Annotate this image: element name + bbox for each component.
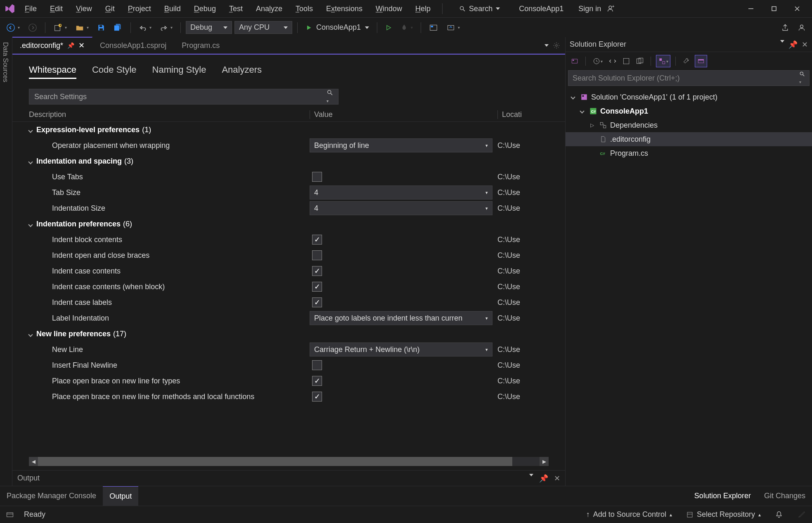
pin-icon[interactable]: 📌 <box>788 40 798 49</box>
start-debugging-button[interactable]: ConsoleApp1 <box>303 21 372 34</box>
group-row[interactable]: Indentation and spacing (3) <box>29 153 565 169</box>
column-header-description[interactable]: Description <box>29 110 310 119</box>
column-header-value[interactable]: Value <box>310 110 497 119</box>
group-row[interactable]: Expression-level preferences (1) <box>29 122 565 138</box>
home-button[interactable] <box>569 55 580 67</box>
menu-extensions[interactable]: Extensions <box>320 3 368 15</box>
configuration-dropdown[interactable]: Debug <box>186 21 232 34</box>
tab-solution-explorer[interactable]: Solution Explorer <box>688 486 758 506</box>
data-sources-tab[interactable]: Data Sources <box>0 40 11 84</box>
redo-button[interactable]: ▾ <box>157 21 175 34</box>
column-header-location[interactable]: Locati <box>497 110 549 119</box>
sign-in-link[interactable]: Sign in <box>578 5 601 13</box>
menu-help[interactable]: Help <box>410 3 436 15</box>
pending-changes-filter[interactable]: ▾ <box>591 55 604 67</box>
solution-search-input[interactable]: Search Solution Explorer (Ctrl+;) ▾ <box>568 70 810 86</box>
project-node[interactable]: C# ConsoleApp1 <box>566 104 812 118</box>
setting-value-checkbox[interactable]: ✓ <box>312 282 322 292</box>
tab-package-manager-console[interactable]: Package Manager Console <box>0 486 103 506</box>
save-all-button[interactable] <box>111 21 125 34</box>
new-project-button[interactable]: ✦▾ <box>50 21 70 34</box>
panel-options-dropdown[interactable] <box>780 40 784 49</box>
add-to-source-control[interactable]: ↑Add to Source Control▴ <box>586 510 672 519</box>
menu-build[interactable]: Build <box>159 3 187 15</box>
settings-tab-analyzers[interactable]: Analyzers <box>222 64 262 79</box>
scroll-right-arrow[interactable]: ▸ <box>540 457 549 466</box>
setting-value-checkbox[interactable] <box>312 360 322 370</box>
tab-git-changes[interactable]: Git Changes <box>758 486 812 506</box>
program-cs-file[interactable]: C# Program.cs <box>566 146 812 160</box>
account-settings-button[interactable] <box>795 21 809 34</box>
undo-button[interactable]: ▾ <box>136 21 154 34</box>
menu-file[interactable]: File <box>19 3 43 15</box>
menu-window[interactable]: Window <box>370 3 408 15</box>
doc-tab-csproj[interactable]: ConsoleApp1.csproj <box>92 38 174 53</box>
search-settings-input[interactable]: Search Settings ▾ <box>29 89 339 105</box>
solution-tree[interactable]: Solution 'ConsoleApp1' (1 of 1 project) … <box>566 88 812 486</box>
nav-back-button[interactable]: ▾ <box>3 21 23 34</box>
doc-tab-editorconfig[interactable]: .editorconfig* 📌 ✕ <box>12 37 92 53</box>
maximize-button[interactable] <box>767 3 781 14</box>
title-search[interactable]: Search <box>455 4 504 14</box>
menu-tools[interactable]: Tools <box>290 3 319 15</box>
tab-output[interactable]: Output <box>103 486 138 506</box>
menu-debug[interactable]: Debug <box>188 3 222 15</box>
collapse-all-button[interactable] <box>621 56 632 67</box>
solution-root[interactable]: Solution 'ConsoleApp1' (1 of 1 project) <box>566 90 812 104</box>
preview-selected-button[interactable]: ▾ <box>656 55 670 67</box>
admin-icon[interactable]: + <box>607 5 615 13</box>
menu-analyze[interactable]: Analyze <box>250 3 288 15</box>
setting-value-checkbox[interactable]: ✓ <box>312 266 322 276</box>
notifications-icon[interactable] <box>775 511 783 519</box>
browser-link-button[interactable] <box>426 21 441 34</box>
setting-value-checkbox[interactable]: ✓ <box>312 392 322 402</box>
gear-icon[interactable] <box>553 42 560 49</box>
menu-test[interactable]: Test <box>223 3 249 15</box>
pin-icon[interactable]: 📌 <box>539 474 548 483</box>
settings-tab-naming-style[interactable]: Naming Style <box>152 64 206 79</box>
active-files-dropdown[interactable] <box>544 44 549 47</box>
output-options-dropdown[interactable] <box>529 474 533 483</box>
setting-value-checkbox[interactable]: ✓ <box>312 235 322 245</box>
live-share-button[interactable]: ▾ <box>443 21 463 34</box>
open-button[interactable]: ▾ <box>72 21 92 34</box>
share-button[interactable] <box>778 21 792 34</box>
close-button[interactable] <box>791 3 804 14</box>
show-all-files-button[interactable] <box>634 55 646 67</box>
minimize-button[interactable] <box>744 3 758 14</box>
close-icon[interactable]: ✕ <box>802 40 808 49</box>
menu-view[interactable]: View <box>70 3 98 15</box>
sync-active-button[interactable] <box>607 55 618 67</box>
pin-icon[interactable]: 📌 <box>67 42 74 49</box>
menu-edit[interactable]: Edit <box>44 3 69 15</box>
output-toggle-icon[interactable] <box>6 511 14 519</box>
editorconfig-file[interactable]: .editorconfig <box>566 132 812 146</box>
setting-value-dropdown[interactable]: Beginning of line▾ <box>310 138 492 152</box>
settings-tab-whitespace[interactable]: Whitespace <box>29 64 76 79</box>
doc-tab-program[interactable]: Program.cs <box>174 38 227 53</box>
setting-value-checkbox[interactable]: ✓ <box>312 297 322 307</box>
close-icon[interactable]: ✕ <box>78 41 85 50</box>
scroll-left-arrow[interactable]: ◂ <box>29 457 38 466</box>
settings-grid-body[interactable]: Expression-level preferences (1)Operator… <box>12 122 565 454</box>
setting-value-dropdown[interactable]: 4▾ <box>310 185 492 200</box>
platform-dropdown[interactable]: Any CPU <box>234 21 292 34</box>
dependencies-node[interactable]: ▷ Dependencies <box>566 118 812 132</box>
select-repository[interactable]: Select Repository▴ <box>686 510 761 519</box>
properties-button[interactable] <box>681 55 692 67</box>
start-without-debugging-button[interactable] <box>382 22 395 33</box>
setting-value-checkbox[interactable]: ✓ <box>312 376 322 386</box>
menu-git[interactable]: Git <box>99 3 121 15</box>
horizontal-scrollbar[interactable]: ◂ ▸ <box>29 457 549 466</box>
setting-value-dropdown[interactable]: Place goto labels one indent less than c… <box>310 311 492 325</box>
setting-value-checkbox[interactable] <box>312 172 322 182</box>
group-row[interactable]: New line preferences (17) <box>29 326 565 342</box>
close-icon[interactable]: ✕ <box>554 474 560 483</box>
menu-project[interactable]: Project <box>122 3 157 15</box>
setting-value-checkbox[interactable] <box>312 250 322 260</box>
preview-button[interactable] <box>695 55 707 67</box>
group-row[interactable]: Indentation preferences (6) <box>29 216 565 232</box>
settings-tab-code-style[interactable]: Code Style <box>92 64 137 79</box>
setting-value-dropdown[interactable]: Carriage Return + Newline (\r\n)▾ <box>310 342 492 357</box>
save-button[interactable] <box>94 21 108 34</box>
